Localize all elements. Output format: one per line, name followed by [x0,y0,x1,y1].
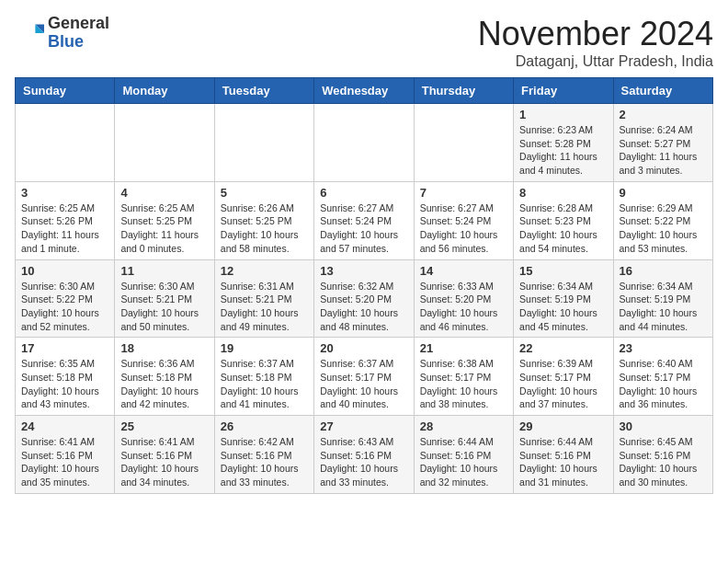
weekday-header: Tuesday [214,78,313,104]
logo-text: General Blue [48,15,109,52]
day-info: Sunrise: 6:24 AM Sunset: 5:27 PM Dayligh… [620,123,707,178]
day-number: 29 [519,419,607,433]
calendar-cell: 23Sunrise: 6:40 AM Sunset: 5:17 PM Dayli… [613,338,712,416]
calendar-table: SundayMondayTuesdayWednesdayThursdayFrid… [15,77,713,494]
day-number: 14 [420,264,507,278]
day-info: Sunrise: 6:37 AM Sunset: 5:18 PM Dayligh… [221,357,308,411]
calendar-week-row: 3Sunrise: 6:25 AM Sunset: 5:26 PM Daylig… [16,181,713,259]
day-info: Sunrise: 6:42 AM Sunset: 5:16 PM Dayligh… [221,435,308,489]
day-info: Sunrise: 6:32 AM Sunset: 5:20 PM Dayligh… [320,280,407,334]
day-info: Sunrise: 6:44 AM Sunset: 5:16 PM Dayligh… [420,435,507,489]
day-number: 27 [320,419,407,433]
calendar-cell: 11Sunrise: 6:30 AM Sunset: 5:21 PM Dayli… [115,259,214,338]
calendar-cell: 6Sunrise: 6:27 AM Sunset: 5:24 PM Daylig… [314,181,414,259]
weekday-header: Friday [514,78,613,104]
day-number: 15 [519,264,607,278]
day-info: Sunrise: 6:31 AM Sunset: 5:21 PM Dayligh… [221,280,308,334]
day-info: Sunrise: 6:38 AM Sunset: 5:17 PM Dayligh… [420,357,507,411]
day-info: Sunrise: 6:27 AM Sunset: 5:24 PM Dayligh… [320,201,407,256]
day-number: 13 [320,264,407,278]
logo-icon [15,18,44,48]
calendar-week-row: 1Sunrise: 6:23 AM Sunset: 5:28 PM Daylig… [16,104,713,182]
day-number: 22 [519,341,607,355]
page-header: General Blue November 2024 Dataganj, Utt… [15,15,713,70]
calendar-cell: 2Sunrise: 6:24 AM Sunset: 5:27 PM Daylig… [613,104,712,182]
day-number: 2 [620,108,707,121]
calendar-cell: 22Sunrise: 6:39 AM Sunset: 5:17 PM Dayli… [514,338,613,416]
day-number: 19 [221,341,308,355]
day-number: 7 [420,186,507,200]
day-number: 16 [620,264,707,278]
calendar-cell: 28Sunrise: 6:44 AM Sunset: 5:16 PM Dayli… [414,416,513,494]
calendar-cell: 9Sunrise: 6:29 AM Sunset: 5:22 PM Daylig… [613,181,712,259]
day-info: Sunrise: 6:25 AM Sunset: 5:26 PM Dayligh… [21,201,108,256]
title-block: November 2024 Dataganj, Uttar Pradesh, I… [478,15,713,70]
calendar-cell [314,104,414,182]
day-info: Sunrise: 6:27 AM Sunset: 5:24 PM Dayligh… [420,201,507,256]
day-info: Sunrise: 6:43 AM Sunset: 5:16 PM Dayligh… [320,435,407,489]
day-info: Sunrise: 6:41 AM Sunset: 5:16 PM Dayligh… [21,435,108,489]
day-info: Sunrise: 6:45 AM Sunset: 5:16 PM Dayligh… [620,435,707,489]
calendar-cell [16,104,115,182]
calendar-cell: 10Sunrise: 6:30 AM Sunset: 5:22 PM Dayli… [16,259,115,338]
day-number: 5 [221,186,308,200]
day-number: 1 [519,108,607,121]
calendar-cell: 26Sunrise: 6:42 AM Sunset: 5:16 PM Dayli… [214,416,313,494]
calendar-cell: 17Sunrise: 6:35 AM Sunset: 5:18 PM Dayli… [16,338,115,416]
day-number: 12 [221,264,308,278]
day-info: Sunrise: 6:25 AM Sunset: 5:25 PM Dayligh… [120,201,208,256]
day-info: Sunrise: 6:26 AM Sunset: 5:25 PM Dayligh… [221,201,308,256]
calendar-cell: 24Sunrise: 6:41 AM Sunset: 5:16 PM Dayli… [16,416,115,494]
weekday-header: Sunday [16,78,115,104]
calendar-week-row: 10Sunrise: 6:30 AM Sunset: 5:22 PM Dayli… [16,259,713,338]
day-number: 23 [620,341,707,355]
calendar-cell [115,104,214,182]
location: Dataganj, Uttar Pradesh, India [478,53,713,70]
calendar-cell: 15Sunrise: 6:34 AM Sunset: 5:19 PM Dayli… [514,259,613,338]
weekday-header: Saturday [613,78,712,104]
day-info: Sunrise: 6:39 AM Sunset: 5:17 PM Dayligh… [519,357,607,411]
day-info: Sunrise: 6:41 AM Sunset: 5:16 PM Dayligh… [120,435,208,489]
day-info: Sunrise: 6:28 AM Sunset: 5:23 PM Dayligh… [519,201,607,256]
day-number: 8 [519,186,607,200]
day-number: 11 [120,264,208,278]
calendar-cell: 12Sunrise: 6:31 AM Sunset: 5:21 PM Dayli… [214,259,313,338]
calendar-cell: 16Sunrise: 6:34 AM Sunset: 5:19 PM Dayli… [613,259,712,338]
calendar-cell: 29Sunrise: 6:44 AM Sunset: 5:16 PM Dayli… [514,416,613,494]
day-number: 3 [21,186,108,200]
calendar-cell: 5Sunrise: 6:26 AM Sunset: 5:25 PM Daylig… [214,181,313,259]
logo: General Blue [15,15,109,52]
day-info: Sunrise: 6:23 AM Sunset: 5:28 PM Dayligh… [519,123,607,178]
day-info: Sunrise: 6:30 AM Sunset: 5:21 PM Dayligh… [120,280,208,334]
calendar-cell: 8Sunrise: 6:28 AM Sunset: 5:23 PM Daylig… [514,181,613,259]
calendar-cell: 25Sunrise: 6:41 AM Sunset: 5:16 PM Dayli… [115,416,214,494]
calendar-cell: 4Sunrise: 6:25 AM Sunset: 5:25 PM Daylig… [115,181,214,259]
calendar-cell: 7Sunrise: 6:27 AM Sunset: 5:24 PM Daylig… [414,181,513,259]
day-info: Sunrise: 6:33 AM Sunset: 5:20 PM Dayligh… [420,280,507,334]
day-info: Sunrise: 6:44 AM Sunset: 5:16 PM Dayligh… [519,435,607,489]
calendar-cell [214,104,313,182]
calendar-header-row: SundayMondayTuesdayWednesdayThursdayFrid… [16,78,713,104]
calendar-cell: 19Sunrise: 6:37 AM Sunset: 5:18 PM Dayli… [214,338,313,416]
day-number: 18 [120,341,208,355]
calendar-cell [414,104,513,182]
day-number: 21 [420,341,507,355]
day-info: Sunrise: 6:37 AM Sunset: 5:17 PM Dayligh… [320,357,407,411]
day-number: 25 [120,419,208,433]
calendar-cell: 14Sunrise: 6:33 AM Sunset: 5:20 PM Dayli… [414,259,513,338]
day-info: Sunrise: 6:34 AM Sunset: 5:19 PM Dayligh… [519,280,607,334]
day-info: Sunrise: 6:40 AM Sunset: 5:17 PM Dayligh… [620,357,707,411]
day-number: 20 [320,341,407,355]
calendar-week-row: 17Sunrise: 6:35 AM Sunset: 5:18 PM Dayli… [16,338,713,416]
day-number: 4 [120,186,208,200]
day-info: Sunrise: 6:35 AM Sunset: 5:18 PM Dayligh… [21,357,108,411]
weekday-header: Monday [115,78,214,104]
calendar-cell: 1Sunrise: 6:23 AM Sunset: 5:28 PM Daylig… [514,104,613,182]
calendar-cell: 30Sunrise: 6:45 AM Sunset: 5:16 PM Dayli… [613,416,712,494]
day-info: Sunrise: 6:30 AM Sunset: 5:22 PM Dayligh… [21,280,108,334]
day-info: Sunrise: 6:36 AM Sunset: 5:18 PM Dayligh… [120,357,208,411]
calendar-cell: 20Sunrise: 6:37 AM Sunset: 5:17 PM Dayli… [314,338,414,416]
day-number: 30 [620,419,707,433]
day-number: 6 [320,186,407,200]
calendar-cell: 13Sunrise: 6:32 AM Sunset: 5:20 PM Dayli… [314,259,414,338]
